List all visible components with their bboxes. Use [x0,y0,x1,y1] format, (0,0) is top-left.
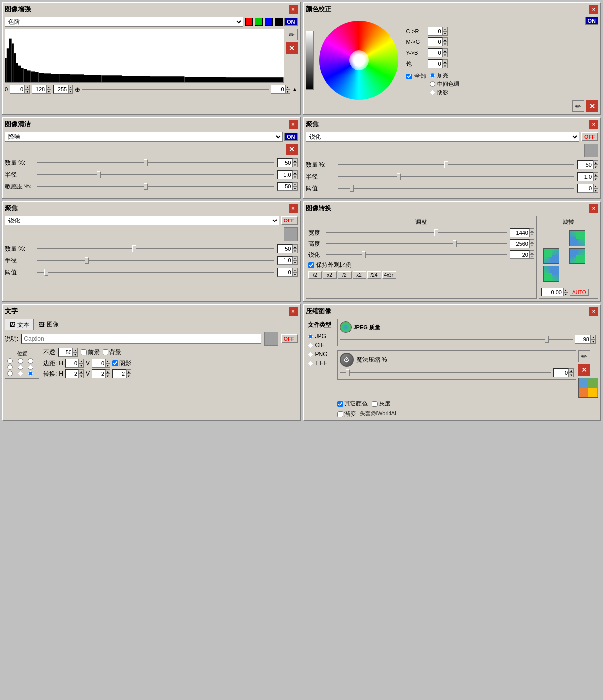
cc-all-checkbox[interactable] [406,74,412,79]
text-off-btn[interactable]: OFF [281,334,298,343]
focus2-off-btn[interactable]: OFF [281,216,298,225]
focus1-threshold-slider[interactable] [338,184,575,192]
sharpen-spinbox[interactable]: ▲▼ [510,250,534,259]
enhance-x-btn[interactable]: ✕ [286,42,298,54]
focus1-close[interactable]: × [589,120,598,129]
clean-amount-spinbox[interactable]: ▲▼ [277,158,298,167]
swatch-red[interactable] [245,18,253,26]
pos-bc[interactable] [18,371,23,376]
focus2-radius-slider[interactable] [37,257,274,264]
focus2-amount-spinbox[interactable]: ▲▼ [277,244,298,253]
focus2-amount-slider[interactable] [37,245,274,253]
pos-tl[interactable] [7,358,13,364]
spinbox-val2[interactable]: ▲▼ [32,85,51,94]
swatch-blue[interactable] [265,18,273,26]
scale-4x2-btn[interactable]: 4x2↑ [382,271,396,279]
transform-h-spinbox[interactable]: ▲▼ [65,369,84,378]
keep-ratio-checkbox[interactable] [308,262,314,268]
shadow-checkbox[interactable] [112,360,118,366]
description-input[interactable] [21,334,261,344]
image-clean-x-btn[interactable]: ✕ [286,144,298,155]
background-checkbox[interactable] [103,349,108,355]
focus1-dropdown[interactable]: 锐化 [306,132,580,142]
image-enhance-close[interactable]: × [289,5,298,14]
cc-radio-highlight-input[interactable] [430,73,435,78]
quality-slider[interactable] [340,335,573,343]
clean-amount-slider[interactable] [37,159,274,167]
focus1-amount-slider[interactable] [338,161,575,169]
compress-x-btn[interactable]: ✕ [578,364,590,376]
spinbox-val4[interactable]: ▲▼ [271,85,290,94]
cc-spinbox-mg[interactable]: ▲▼ [428,37,448,46]
spinbox-val3[interactable]: ▲▼ [53,85,73,94]
rotate-img-3[interactable] [543,266,559,282]
scale-x2-btn[interactable]: x2 [323,271,337,279]
rotate-icon-bottom[interactable] [543,248,568,264]
rotate-img-2[interactable] [569,248,585,264]
brightness-slider[interactable] [306,31,314,90]
pos-tc[interactable] [18,358,23,364]
sharpen-slider[interactable] [326,251,507,258]
rotate-img-1[interactable] [569,230,585,246]
pos-br[interactable] [28,371,33,376]
rotate-icon-right[interactable] [543,266,568,282]
tab-image[interactable]: 🖼 图像 [35,319,63,330]
pos-mr[interactable] [28,365,33,370]
rotate-icon-top[interactable] [569,230,594,246]
image-clean-dropdown[interactable]: 降噪 [5,132,283,142]
jpg-radio[interactable] [308,334,313,339]
spinbox-val1[interactable]: ▲▼ [10,85,30,94]
color-correction-close[interactable]: × [589,5,598,14]
scale-x2-2-btn[interactable]: x2 [353,271,366,279]
magic-slider[interactable] [340,369,552,377]
image-enhance-on-btn[interactable]: ON [284,18,298,26]
pos-mc[interactable] [18,365,23,370]
text-panel-close[interactable]: × [289,307,298,316]
image-clean-on-btn[interactable]: ON [284,133,298,141]
focus1-radius-slider[interactable] [338,173,575,181]
magic-spinbox[interactable]: ▲▼ [553,368,574,377]
cc-x-btn[interactable]: ✕ [586,100,598,112]
other-colors-checkbox[interactable] [337,401,343,407]
scale-quarter-btn[interactable]: /24 [367,271,381,279]
focus2-close[interactable]: × [289,204,298,213]
clean-sensitivity-slider[interactable] [37,183,274,190]
angle-spinbox[interactable]: ▲▼ [541,288,568,296]
cc-radio-shadow-input[interactable] [430,90,435,95]
cc-spinbox-cr[interactable]: ▲▼ [428,27,448,36]
gradient-checkbox[interactable] [337,411,343,417]
tiff-radio[interactable] [308,361,313,366]
pos-tr[interactable] [28,358,33,364]
cc-pencil-btn[interactable]: ✏ [572,100,584,112]
quality-spinbox[interactable]: ▲▼ [575,335,596,344]
image-enhance-dropdown[interactable]: 色阶 [5,17,243,27]
margin-h-spinbox[interactable]: ▲▼ [65,359,84,368]
grayscale-checkbox[interactable] [372,401,378,407]
rotate-icon-left[interactable] [569,248,594,264]
cc-spinbox-yb[interactable]: ▲▼ [428,48,448,57]
png-radio[interactable] [308,352,313,357]
foreground-checkbox[interactable] [81,349,87,355]
focus2-threshold-slider[interactable] [37,268,274,276]
auto-btn[interactable]: AUTO [570,289,589,296]
compress-close[interactable]: × [589,307,598,316]
clean-radius-slider[interactable] [37,171,274,179]
plus-icon[interactable]: ⊕ [75,86,80,93]
cc-spinbox-sat[interactable]: ▲▼ [428,59,448,68]
focus2-threshold-spinbox[interactable]: ▲▼ [277,268,298,277]
focus1-threshold-spinbox[interactable]: ▲▼ [577,184,598,193]
output-slider[interactable] [82,85,268,93]
pos-bl[interactable] [7,371,13,376]
up-arrow-icon[interactable]: ▲ [292,86,298,92]
focus1-radius-spinbox[interactable]: ▲▼ [577,172,598,181]
magic-gear-icon[interactable]: ⚙ [340,353,354,367]
color-wheel[interactable] [319,21,398,100]
color-correction-on-btn[interactable]: ON [585,17,599,25]
width-spinbox[interactable]: ▲▼ [510,228,534,237]
image-clean-close[interactable]: × [289,120,298,129]
width-slider[interactable] [326,229,507,237]
cc-radio-midtone-input[interactable] [430,81,435,87]
rotate-img-4[interactable] [543,248,559,264]
focus2-radius-spinbox[interactable]: ▲▼ [277,256,298,265]
focus2-dropdown[interactable]: 锐化 [5,216,279,225]
